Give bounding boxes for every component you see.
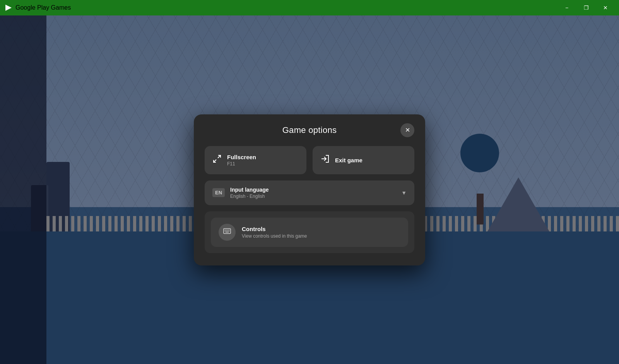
section-container: Controls View controls used in this game (205, 211, 414, 253)
exit-label: Exit game (335, 157, 363, 163)
game-background: Game options ✕ Fu (0, 15, 619, 364)
language-code: EN (212, 188, 225, 197)
language-dropdown[interactable]: EN Input language English - English ▼ (205, 180, 414, 205)
language-text: Input language English - English (230, 187, 396, 199)
fullscreen-icon (212, 154, 222, 166)
controls-text: Controls View controls used in this game (242, 226, 307, 239)
titlebar: Google Play Games − ❐ ✕ (0, 0, 619, 15)
controls-label: Controls (242, 226, 307, 232)
maximize-button[interactable]: ❐ (577, 0, 595, 15)
exit-text: Exit game (335, 157, 363, 163)
titlebar-controls: − ❐ ✕ (558, 0, 614, 15)
language-label: Input language (230, 187, 396, 193)
controls-icon-circle (219, 224, 236, 241)
svg-line-1 (218, 155, 221, 158)
exit-icon (320, 154, 330, 166)
svg-marker-0 (5, 5, 12, 11)
language-value: English - English (230, 194, 396, 199)
minimize-button[interactable]: − (558, 0, 576, 15)
exit-game-button[interactable]: Exit game (313, 146, 414, 174)
fullscreen-shortcut: F11 (227, 161, 256, 167)
fullscreen-button[interactable]: Fullscreen F11 (205, 146, 306, 174)
app-title: Google Play Games (15, 4, 71, 11)
modal-title: Game options (282, 125, 337, 135)
keyboard-icon (223, 227, 231, 237)
modal-overlay: Game options ✕ Fu (0, 15, 619, 364)
game-options-modal: Game options ✕ Fu (194, 114, 425, 265)
window-close-button[interactable]: ✕ (597, 0, 614, 15)
controls-sublabel: View controls used in this game (242, 233, 307, 239)
modal-close-button[interactable]: ✕ (400, 123, 414, 137)
app-icon (5, 4, 12, 12)
modal-header: Game options ✕ (205, 125, 414, 135)
controls-button[interactable]: Controls View controls used in this game (211, 218, 408, 247)
fullscreen-label: Fullscreen (227, 154, 256, 160)
titlebar-left: Google Play Games (5, 4, 71, 12)
svg-line-2 (214, 160, 216, 162)
fullscreen-text: Fullscreen F11 (227, 154, 256, 167)
chevron-down-icon: ▼ (401, 190, 407, 196)
top-buttons-row: Fullscreen F11 Exit game (205, 146, 414, 174)
